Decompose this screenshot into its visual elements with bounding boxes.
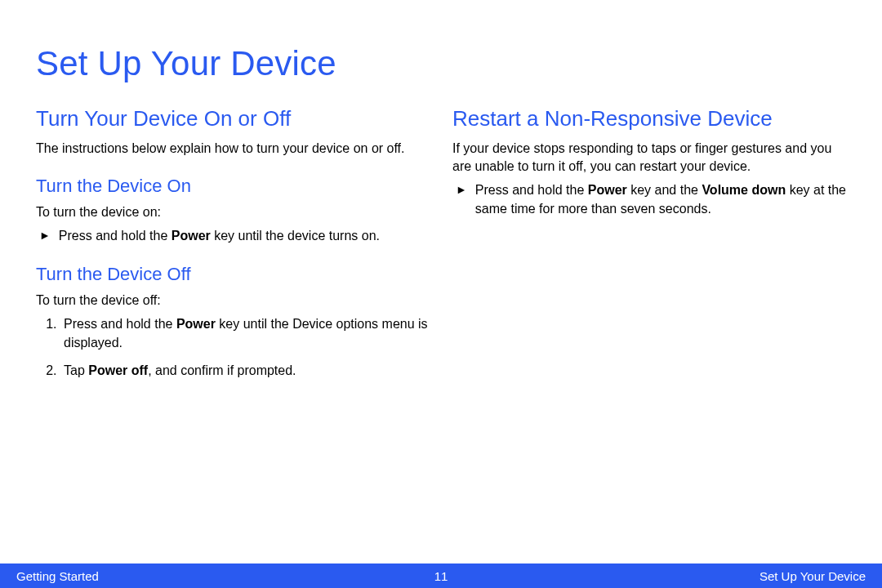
list-item: Press and hold the Power key until the D… [60, 315, 430, 352]
page-title: Set Up Your Device [36, 44, 846, 83]
bullet-item-turn-on: ► Press and hold the Power key until the… [36, 227, 430, 245]
numbered-list-turn-off: Press and hold the Power key until the D… [36, 315, 430, 380]
intro-text: The instructions below explain how to tu… [36, 140, 430, 158]
bold-power: Power [588, 183, 627, 197]
text-fragment: , and confirm if prompted. [148, 363, 296, 377]
triangle-bullet-icon: ► [456, 181, 467, 198]
text-fragment: key and the [627, 183, 702, 197]
content-area: Set Up Your Device Turn Your Device On o… [0, 0, 882, 390]
section-heading-restart: Restart a Non-Responsive Device [452, 106, 846, 131]
lead-text-turn-on: To turn the device on: [36, 203, 430, 221]
document-page: Set Up Your Device Turn Your Device On o… [0, 0, 882, 588]
left-column: Turn Your Device On or Off The instructi… [36, 106, 430, 390]
text-fragment: Press and hold the [64, 317, 176, 331]
text-fragment: Press and hold the [475, 183, 588, 197]
footer-topic-name: Set Up Your Device [760, 569, 866, 583]
footer-page-number: 11 [434, 569, 448, 583]
bold-volume-down: Volume down [702, 183, 786, 197]
sub-heading-turn-on: Turn the Device On [36, 176, 430, 197]
bold-power: Power [172, 229, 211, 243]
text-fragment: Press and hold the [59, 229, 172, 243]
page-footer: Getting Started 11 Set Up Your Device [0, 564, 882, 588]
intro-text-restart: If your device stops responding to taps … [452, 140, 846, 175]
lead-text-turn-off: To turn the device off: [36, 292, 430, 310]
bold-power: Power [176, 317, 216, 331]
bullet-text-restart: Press and hold the Power key and the Vol… [475, 181, 846, 218]
bold-power-off: Power off [88, 363, 148, 377]
section-heading-on-off: Turn Your Device On or Off [36, 106, 430, 131]
bullet-text-turn-on: Press and hold the Power key until the d… [59, 227, 430, 245]
footer-section-name: Getting Started [16, 569, 99, 583]
sub-heading-turn-off: Turn the Device Off [36, 264, 430, 285]
column-layout: Turn Your Device On or Off The instructi… [36, 106, 846, 390]
text-fragment: key until the device turns on. [211, 229, 380, 243]
list-item: Tap Power off, and confirm if prompted. [60, 362, 430, 380]
text-fragment: Tap [64, 363, 88, 377]
right-column: Restart a Non-Responsive Device If your … [452, 106, 846, 390]
triangle-bullet-icon: ► [39, 227, 51, 244]
bullet-item-restart: ► Press and hold the Power key and the V… [452, 181, 846, 218]
